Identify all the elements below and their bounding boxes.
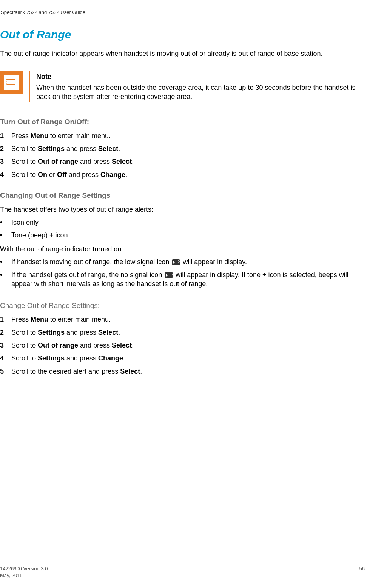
note-callout: Note When the handset has been outside t…	[0, 71, 367, 102]
bullet-icon: •	[0, 218, 11, 227]
page-number: 56	[359, 565, 365, 579]
list-item: • Icon only	[0, 218, 367, 227]
paragraph: The handset offers two types of out of r…	[0, 205, 367, 214]
no-signal-icon	[165, 272, 173, 278]
step-text: Scroll to Out of range and press Select.	[11, 157, 134, 166]
step-number: 3	[0, 157, 11, 166]
subsection-change-settings-title: Change Out of Range Settings:	[0, 301, 367, 311]
list-item: 2 Scroll to Settings and press Select.	[0, 328, 367, 337]
indicator-behavior-list: • If handset is moving out of range, the…	[0, 257, 367, 289]
subsection-changing-settings-title: Changing Out of Range Settings	[0, 191, 367, 200]
bullet-text: Icon only	[11, 218, 39, 227]
section-intro: The out of range indicator appears when …	[0, 49, 367, 58]
alert-types-list: • Icon only • Tone (beep) + icon	[0, 218, 367, 240]
step-text: Scroll to Settings and press Select.	[11, 328, 120, 337]
list-item: • If the handset gets out of range, the …	[0, 270, 367, 289]
list-item: • Tone (beep) + icon	[0, 231, 367, 240]
step-number: 2	[0, 328, 11, 337]
document-footer: 14226900 Version 3.0 May, 2015 56	[0, 565, 367, 579]
turn-onoff-steps: 1 Press Menu to enter main menu. 2 Scrol…	[0, 131, 367, 179]
step-number: 5	[0, 367, 11, 376]
list-item: 4 Scroll to On or Off and press Change.	[0, 170, 367, 179]
bullet-icon: •	[0, 257, 11, 266]
bullet-icon: •	[0, 231, 11, 240]
list-item: 1 Press Menu to enter main menu.	[0, 131, 367, 140]
step-number: 3	[0, 341, 11, 350]
document-header: Spectralink 7522 and 7532 User Guide	[0, 9, 367, 16]
step-number: 1	[0, 131, 11, 140]
footer-date: May, 2015	[0, 572, 48, 579]
step-text: Scroll to Settings and press Change.	[11, 354, 125, 363]
step-text: Scroll to On or Off and press Change.	[11, 170, 127, 179]
step-number: 2	[0, 144, 11, 153]
footer-docnum: 14226900 Version 3.0	[0, 565, 48, 572]
low-signal-icon	[172, 259, 180, 265]
bullet-text: Tone (beep) + icon	[11, 231, 68, 240]
step-text: Scroll to the desired alert and press Se…	[11, 367, 142, 376]
step-text: Press Menu to enter main menu.	[11, 131, 111, 140]
step-number: 1	[0, 315, 11, 324]
list-item: 4 Scroll to Settings and press Change.	[0, 354, 367, 363]
bullet-icon: •	[0, 270, 11, 289]
paragraph: With the out of range indicator turned o…	[0, 245, 367, 254]
step-number: 4	[0, 170, 11, 179]
section-title: Out of Range	[0, 27, 367, 43]
list-item: 5 Scroll to the desired alert and press …	[0, 367, 367, 376]
note-body: When the handset has been outside the co…	[36, 83, 367, 102]
step-text: Scroll to Settings and press Select.	[11, 144, 120, 153]
subsection-turn-onoff-title: Turn Out of Range On/Off:	[0, 117, 367, 127]
list-item: 3 Scroll to Out of range and press Selec…	[0, 341, 367, 350]
change-settings-steps: 1 Press Menu to enter main menu. 2 Scrol…	[0, 315, 367, 376]
bullet-text: If the handset gets out of range, the no…	[11, 270, 367, 289]
list-item: • If handset is moving out of range, the…	[0, 257, 367, 266]
note-content: Note When the handset has been outside t…	[29, 71, 367, 102]
note-title: Note	[36, 72, 367, 81]
bullet-text: If handset is moving out of range, the l…	[11, 257, 247, 266]
step-text: Press Menu to enter main menu.	[11, 315, 111, 324]
step-number: 4	[0, 354, 11, 363]
list-item: 1 Press Menu to enter main menu.	[0, 315, 367, 324]
list-item: 2 Scroll to Settings and press Select.	[0, 144, 367, 153]
list-item: 3 Scroll to Out of range and press Selec…	[0, 157, 367, 166]
step-text: Scroll to Out of range and press Select.	[11, 341, 134, 350]
note-icon	[0, 71, 23, 94]
